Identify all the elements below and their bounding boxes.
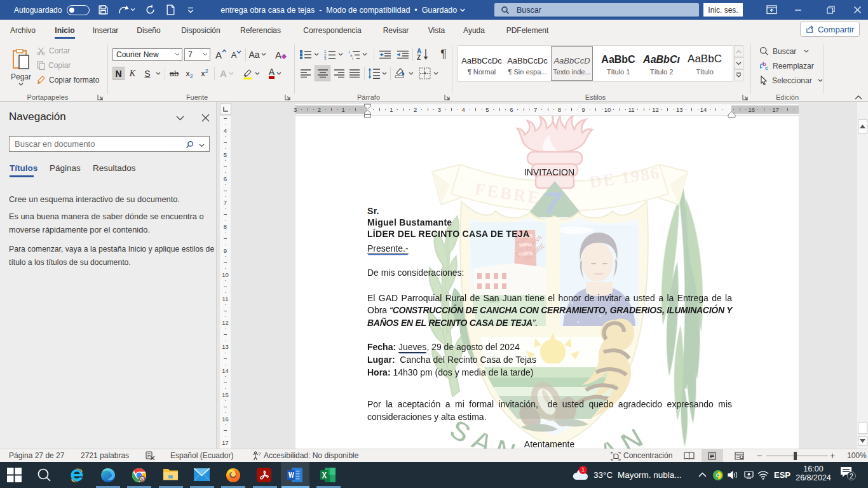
- svg-text:i: i: [352, 57, 353, 60]
- svg-text:?: ?: [258, 451, 261, 457]
- svg-text:c: c: [765, 65, 768, 71]
- svg-text:Z: Z: [417, 54, 421, 60]
- svg-text:7: 7: [544, 186, 562, 220]
- svg-text:G: G: [140, 476, 144, 482]
- svg-text:3: 3: [324, 57, 327, 60]
